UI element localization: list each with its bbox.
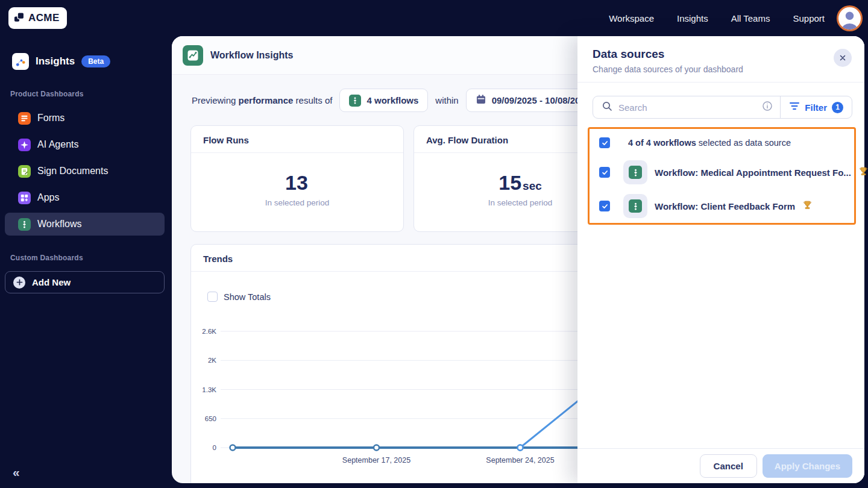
trophy-icon [858,166,868,179]
workflow-2-iconbox [623,194,647,218]
check-icon [601,202,609,210]
check-icon [601,169,609,177]
search-icon [602,101,612,114]
panel-subtitle: Change data sources of your dashboard [593,64,743,74]
sidebar-item-apps[interactable]: Apps [5,186,165,209]
apply-changes-button[interactable]: Apply Changes [763,454,852,478]
close-icon [839,54,846,61]
workflow-1-iconbox [623,160,647,184]
workflow-insights-icon [183,45,203,66]
panel-footer: Cancel Apply Changes [577,448,864,483]
info-icon[interactable] [762,101,773,114]
show-totals-control: Show Totals [207,292,271,302]
show-totals-label: Show Totals [224,292,271,302]
workflow-1-checkbox[interactable] [599,167,610,178]
panel-title: Data sources [593,48,664,61]
workflow-1-label: Workflow: Medical Appointment Request Fo… [655,167,851,178]
select-all-row: 4 of 4 workflows selected as data source [599,137,846,148]
select-all-checkbox[interactable] [599,137,610,148]
forms-icon [18,112,31,125]
workflow-icon [629,166,642,179]
section-product-dashboards: Product Dashboards [10,90,84,98]
workflow-row-2[interactable]: Workflow: Client Feedback Form [599,194,846,218]
search-filter-bar: Filter 1 [593,96,852,119]
beta-badge: Beta [81,55,110,67]
data-sources-panel: Data sources Change data sources of your… [577,36,864,483]
page-title: Workflow Insights [210,50,293,61]
acme-logo-icon [14,11,25,25]
person-icon [838,7,861,30]
flow-runs-card: Flow Runs 13 In selected period [190,125,404,232]
filter-button[interactable]: Filter 1 [780,96,852,118]
svg-text:2.6K: 2.6K [202,328,216,335]
topbar: ACME Workspace Insights All Teams Suppor… [0,0,868,36]
workflow-2-label: Workflow: Client Feedback Form [655,201,795,211]
workflow-icon [629,199,642,213]
preview-controls: Previewing performance results of 4 work… [192,89,600,112]
filter-icon [789,102,800,113]
sidebar-item-workflows[interactable]: Workflows [5,213,165,236]
preview-text: Previewing performance results of [192,95,332,105]
app-header: Insights Beta [12,53,110,70]
sidebar: Insights Beta Product Dashboards Forms A… [0,36,172,488]
calendar-icon [476,94,486,107]
sidebar-item-ai-agents[interactable]: AI Agents [5,133,165,156]
panel-divider [577,82,864,83]
workflows-selector-button[interactable]: 4 workflows [339,89,428,112]
trophy-icon [802,200,813,213]
flow-runs-title: Flow Runs [191,126,403,153]
svg-text:September 17, 2025: September 17, 2025 [342,456,410,465]
svg-text:0: 0 [213,444,216,451]
workflow-chip-icon [349,95,361,107]
nav-workspace[interactable]: Workspace [609,13,654,23]
search-input[interactable] [618,102,756,113]
workflow-2-checkbox[interactable] [599,201,610,211]
ai-agents-icon [18,139,31,151]
section-custom-dashboards: Custom Dashboards [10,254,83,262]
svg-text:September 24, 2025: September 24, 2025 [486,456,554,465]
logo-text: ACME [28,12,60,24]
sidebar-item-forms[interactable]: Forms [5,107,165,130]
filter-count-badge: 1 [832,102,843,113]
acme-logo[interactable]: ACME [8,7,67,29]
nav-all-teams[interactable]: All Teams [731,13,770,23]
nav-insights[interactable]: Insights [677,13,708,23]
svg-text:2K: 2K [208,357,216,364]
collapse-sidebar-icon[interactable]: « [13,465,20,480]
close-panel-button[interactable] [834,49,852,67]
sign-documents-icon [18,165,31,178]
top-navigation: Workspace Insights All Teams Support [609,0,825,36]
user-avatar[interactable] [837,5,863,31]
svg-text:1.3K: 1.3K [202,386,216,393]
plus-icon [13,277,25,289]
selection-summary: 4 of 4 workflows selected as data source [628,138,791,148]
add-new-button[interactable]: Add New [5,271,165,293]
svg-text:650: 650 [205,415,216,422]
insights-app-icon [12,53,29,70]
apps-icon [18,192,31,204]
nav-support[interactable]: Support [793,13,825,23]
sidebar-item-sign-documents[interactable]: Sign Documents [5,160,165,183]
app-title: Insights [36,55,75,67]
flow-runs-metric: 13 [191,171,403,195]
within-label: within [435,95,458,105]
check-icon [601,139,609,147]
cancel-button[interactable]: Cancel [700,454,757,478]
flow-runs-caption: In selected period [191,198,403,207]
search-segment [593,101,780,114]
workflow-row-1[interactable]: Workflow: Medical Appointment Request Fo… [599,160,846,184]
show-totals-checkbox[interactable] [207,292,218,302]
workflows-icon [18,218,31,231]
